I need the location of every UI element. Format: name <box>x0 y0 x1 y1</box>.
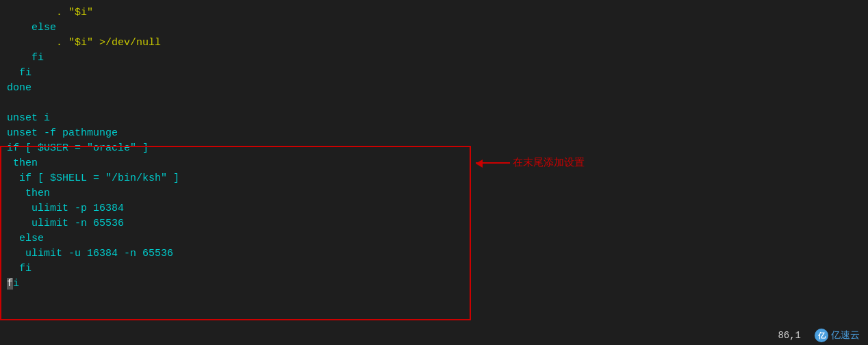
code-content: then <box>7 188 50 199</box>
code-content: else <box>7 233 44 244</box>
code-content: unset i <box>7 112 50 124</box>
code-content: if [ $USER = "oracle" ] <box>7 142 149 154</box>
code-content: ulimit -p 16384 <box>7 203 124 214</box>
code-line-1: . "$i" <box>0 5 868 21</box>
annotation: 在末尾添加设置 <box>476 156 585 169</box>
code-content: fi <box>7 278 19 290</box>
code-line-9: unset -f pathmunge <box>0 126 868 141</box>
code-content: then <box>7 157 38 169</box>
code-line-5: fi <box>0 66 868 81</box>
annotation-text: 在末尾添加设置 <box>513 156 585 169</box>
code-content: unset -f pathmunge <box>7 127 118 139</box>
code-area: . "$i" else . "$i" >/dev/null fi fi done… <box>0 0 868 345</box>
code-line-11: then <box>0 156 868 171</box>
status-bar: 86,1 亿 亿速云 <box>0 326 868 345</box>
code-line-13: then <box>0 186 868 201</box>
code-line-17: ulimit -u 16384 -n 65536 <box>0 246 868 261</box>
code-content: fi <box>7 263 31 274</box>
code-content: ulimit -u 16384 -n 65536 <box>7 248 173 259</box>
code-line-4: fi <box>0 51 868 66</box>
code-line-19: fi <box>0 277 868 292</box>
code-content: done <box>7 82 31 94</box>
code-content: fi <box>7 67 31 79</box>
code-line-3: . "$i" >/dev/null <box>0 36 868 51</box>
code-line-6: done <box>0 81 868 96</box>
code-line-18: fi <box>0 261 868 277</box>
code-line-7 <box>0 96 868 111</box>
brand-icon: 亿 <box>815 329 828 342</box>
code-content: fi <box>7 52 44 64</box>
code-content: else <box>7 22 56 34</box>
code-line-8: unset i <box>0 111 868 126</box>
code-content: ulimit -n 65536 <box>7 218 124 229</box>
code-content: . "$i" >/dev/null <box>7 37 161 49</box>
cursor-position: 86,1 <box>778 330 801 341</box>
code-line-2: else <box>0 21 868 36</box>
annotation-arrow <box>476 162 510 164</box>
code-line-14: ulimit -p 16384 <box>0 201 868 216</box>
code-line-12: if [ $SHELL = "/bin/ksh" ] <box>0 171 868 186</box>
code-line-16: else <box>0 231 868 246</box>
code-content: . "$i" <box>7 7 93 18</box>
code-content: if [ $SHELL = "/bin/ksh" ] <box>7 172 179 184</box>
code-line-15: ulimit -n 65536 <box>0 216 868 231</box>
brand-name: 亿速云 <box>831 329 860 342</box>
code-line-10: if [ $USER = "oracle" ] <box>0 141 868 156</box>
brand-logo: 亿 亿速云 <box>815 329 860 342</box>
